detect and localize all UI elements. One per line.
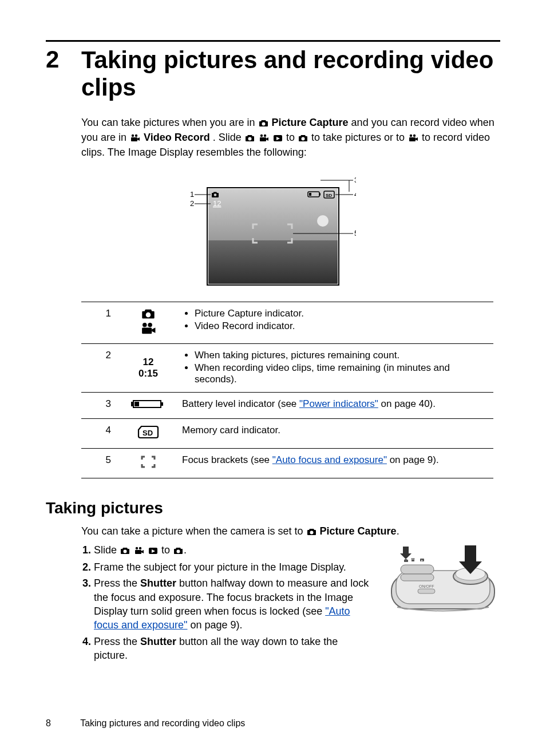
legend-symbol xyxy=(121,449,175,478)
camera-top-figure: ON/OFF xyxy=(386,543,500,621)
legend-desc: Battery level indicator (see "Power indi… xyxy=(175,393,493,419)
top-rule xyxy=(46,40,500,42)
step-item: Press the Shutter button all the way dow… xyxy=(94,635,372,663)
picture-capture-label: Picture Capture xyxy=(272,117,349,128)
section-intro: You can take a picture when the camera i… xyxy=(81,524,500,539)
legend-item: When recording video clips, time remaini… xyxy=(195,362,486,385)
step-text: . xyxy=(184,544,187,556)
table-row: 2 12 0:15 When taking pictures, pictures… xyxy=(81,344,493,393)
svg-rect-15 xyxy=(319,193,321,196)
remaining-count: 12 xyxy=(213,199,221,208)
section-body: You can take a picture when the camera i… xyxy=(81,524,500,664)
callout-2: 2 xyxy=(190,199,194,208)
svg-point-0 xyxy=(132,134,134,137)
footer-title: Taking pictures and recording video clip… xyxy=(80,718,245,728)
section-intro-text: You can take a picture when the camera i… xyxy=(81,525,306,537)
svg-text:ON/OFF: ON/OFF xyxy=(419,584,434,588)
legend-num: 3 xyxy=(81,393,121,419)
legend-num: 1 xyxy=(81,302,121,344)
video-record-label: Video Record xyxy=(144,132,210,143)
callout-4: 4 xyxy=(354,190,356,199)
callout-5: 5 xyxy=(354,229,356,238)
svg-point-7 xyxy=(410,134,412,137)
step-item: Frame the subject for your picture in th… xyxy=(94,560,372,574)
legend-desc: Memory card indicator. xyxy=(175,419,493,449)
legend-num: 5 xyxy=(81,449,121,478)
svg-point-24 xyxy=(143,323,147,327)
svg-rect-9 xyxy=(409,137,416,141)
legend-num: 4 xyxy=(81,419,121,449)
page-footer: 8 Taking pictures and recording video cl… xyxy=(46,718,245,729)
chapter-heading: 2 Taking pictures and recording video cl… xyxy=(46,46,500,102)
legend-item: When taking pictures, pictures remaining… xyxy=(195,350,486,361)
intro-text: to xyxy=(286,132,298,143)
legend-symbol-line: 0:15 xyxy=(128,368,168,379)
svg-rect-49 xyxy=(418,589,435,593)
svg-point-40 xyxy=(412,558,413,560)
auto-focus-link[interactable]: "Auto focus and exposure" xyxy=(272,454,387,465)
legend-symbol xyxy=(121,393,175,419)
svg-point-3 xyxy=(260,134,263,137)
image-display-figure: 12 SD xyxy=(190,176,356,288)
svg-point-8 xyxy=(413,134,416,137)
svg-rect-2 xyxy=(131,137,137,141)
step-text: Press the xyxy=(94,577,140,589)
video-icon xyxy=(130,132,140,145)
legend-text: on page 40). xyxy=(378,398,436,409)
svg-point-25 xyxy=(148,323,152,327)
intro-paragraph: You can take pictures when you are in Pi… xyxy=(81,116,500,160)
sd-card-icon: SD xyxy=(137,425,160,442)
power-indicators-link[interactable]: "Power indicators" xyxy=(299,398,378,409)
svg-point-41 xyxy=(413,558,415,560)
shutter-label: Shutter xyxy=(140,577,176,589)
chapter-title: Taking pictures and recording video clip… xyxy=(81,46,500,102)
camera-icon xyxy=(245,132,255,145)
svg-rect-12 xyxy=(208,240,338,284)
svg-rect-5 xyxy=(260,137,266,141)
legend-text: Battery level indicator (see xyxy=(182,398,299,409)
battery-icon xyxy=(131,398,165,413)
svg-rect-34 xyxy=(135,550,141,554)
legend-text: on page 9). xyxy=(387,454,439,465)
picture-capture-label: Picture Capture xyxy=(320,525,397,537)
camera-icon xyxy=(259,117,268,130)
legend-symbol xyxy=(121,302,175,344)
legend-num: 2 xyxy=(81,344,121,393)
legend-item: Picture Capture indicator. xyxy=(195,308,486,319)
svg-text:SD: SD xyxy=(326,193,332,198)
page-number: 8 xyxy=(46,718,78,729)
chapter-number: 2 xyxy=(46,46,81,73)
svg-rect-47 xyxy=(465,545,476,561)
camera-icon xyxy=(173,544,183,558)
legend-desc: Focus brackets (see "Auto focus and expo… xyxy=(175,449,493,478)
legend-item: Video Record indicator. xyxy=(195,320,486,332)
camera-icon xyxy=(120,544,130,558)
manual-page: 2 Taking pictures and recording video cl… xyxy=(0,0,546,756)
steps-list: Slide to . Frame the subject for your pi… xyxy=(81,543,372,664)
svg-rect-28 xyxy=(161,402,163,406)
table-row: 4 SD Memory card indicator. xyxy=(81,419,493,449)
svg-point-32 xyxy=(136,547,138,549)
focus-brackets-icon xyxy=(140,454,157,472)
camera-icon xyxy=(298,132,308,145)
table-row: 3 Battery level indicator (see "Power in… xyxy=(81,393,493,419)
legend-desc: When taking pictures, pictures remaining… xyxy=(175,344,493,393)
svg-point-13 xyxy=(317,215,329,227)
camera-icon xyxy=(141,308,156,322)
step-text: to xyxy=(161,544,173,556)
intro-text: to take pictures or to xyxy=(311,132,407,143)
camera-icon xyxy=(307,525,316,539)
svg-rect-26 xyxy=(142,328,152,334)
step-text: Press the xyxy=(94,636,140,647)
legend-table: 1 Picture Capture indicator. Video Recor… xyxy=(81,302,493,478)
svg-rect-16 xyxy=(309,193,311,196)
video-icon xyxy=(259,132,269,145)
legend-symbol-line: 12 xyxy=(128,357,168,368)
svg-rect-42 xyxy=(412,560,414,561)
section-heading: Taking pictures xyxy=(46,499,500,517)
svg-rect-38 xyxy=(401,565,434,574)
svg-point-1 xyxy=(135,134,137,137)
legend-desc: Picture Capture indicator. Video Record … xyxy=(175,302,493,344)
video-icon xyxy=(134,544,144,558)
table-row: 1 Picture Capture indicator. Video Recor… xyxy=(81,302,493,344)
